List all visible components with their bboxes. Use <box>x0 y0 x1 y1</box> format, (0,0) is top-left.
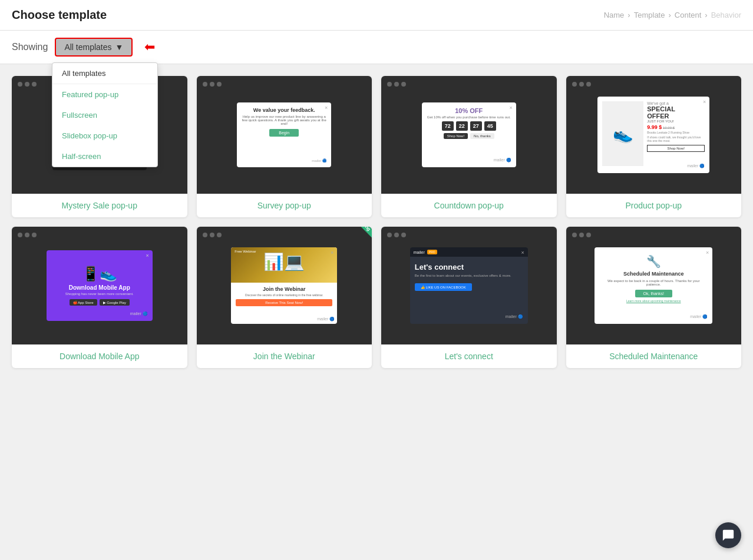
breadcrumb-behavior: Behavior <box>711 11 741 19</box>
filter-option-featured[interactable]: Featured pop-up <box>52 84 157 105</box>
card-label-connect: Let's connect <box>381 344 557 368</box>
card-label-webinar: Join the Webinar <box>197 344 372 368</box>
showing-label: Showing <box>12 42 48 52</box>
template-filter-dropdown[interactable]: All templates ▼ <box>55 38 133 57</box>
template-card-webinar[interactable]: Trending × 📊💻 Free Webinar Join the Webi… <box>197 227 372 368</box>
template-card-product[interactable]: × 👟 We've got a SPECIALOFFER JUST FOR YO… <box>566 76 742 217</box>
breadcrumb-sep3: › <box>705 11 707 19</box>
page-title: Choose template <box>12 8 107 22</box>
toolbar: Showing All templates ▼ ⬅ All templates … <box>0 31 753 64</box>
arrow-indicator: ⬅ <box>144 39 155 55</box>
template-card-mobile[interactable]: × 📱👟 Download Mobile App Shopping has ne… <box>12 227 187 368</box>
card-dots <box>572 233 591 237</box>
breadcrumb-name[interactable]: Name <box>604 11 625 19</box>
dot1 <box>18 82 22 87</box>
card-label-countdown: Countdown pop-up <box>381 194 557 217</box>
breadcrumb: Name › Template › Content › Behavior <box>604 11 741 19</box>
card-dots <box>387 82 406 87</box>
maintenance-icon: 🔧 <box>646 254 661 269</box>
breadcrumb-template[interactable]: Template <box>634 11 665 19</box>
template-card-countdown[interactable]: × 10% OFF Get 10% off when you purchase … <box>381 76 557 217</box>
popup-connect: × mailer PRO Let's connect Be the first … <box>410 247 528 324</box>
card-preview-mobile: × 📱👟 Download Mobile App Shopping has ne… <box>12 227 187 344</box>
card-preview-survey: × We value your feedback. Help us improv… <box>197 76 372 194</box>
popup-product: × 👟 We've got a SPECIALOFFER JUST FOR YO… <box>597 97 709 173</box>
template-card-survey[interactable]: × We value your feedback. Help us improv… <box>197 76 372 217</box>
popup-survey: × We value your feedback. Help us improv… <box>237 102 331 167</box>
chevron-down-icon: ▼ <box>115 42 124 52</box>
dot2 <box>25 82 29 87</box>
breadcrumb-content[interactable]: Content <box>675 11 702 19</box>
filter-option-halfscreen[interactable]: Half-screen <box>52 146 157 167</box>
template-card-connect[interactable]: × mailer PRO Let's connect Be the first … <box>381 227 557 368</box>
filter-option-fullscreen[interactable]: Fullscreen <box>52 105 157 125</box>
card-preview-maintenance: × 🔧 Scheduled Maintenance We expect to b… <box>566 227 742 344</box>
popup-webinar: × 📊💻 Free Webinar Join the Webinar Disco… <box>231 247 337 324</box>
card-label-product: Product pop-up <box>566 194 742 217</box>
card-label-survey: Survey pop-up <box>197 194 372 217</box>
top-bar: Choose template Name › Template › Conten… <box>0 0 753 31</box>
card-label-mystery: Mystery Sale pop-up <box>12 194 187 217</box>
trending-badge: Trending <box>345 227 372 240</box>
card-dots <box>203 233 222 237</box>
card-preview-connect: × mailer PRO Let's connect Be the first … <box>381 227 557 344</box>
filter-option-slidebox[interactable]: Slidebox pop-up <box>52 125 157 146</box>
card-dots <box>18 233 37 237</box>
card-preview-countdown: × 10% OFF Get 10% off when you purchase … <box>381 76 557 194</box>
template-filter-menu: All templates Featured pop-up Fullscreen… <box>52 62 158 167</box>
dot3 <box>32 82 37 87</box>
popup-mobile: × 📱👟 Download Mobile App Shopping has ne… <box>47 250 153 321</box>
card-label-maintenance: Scheduled Maintenance <box>566 344 742 368</box>
breadcrumb-sep1: › <box>628 11 630 19</box>
card-dots <box>387 233 406 237</box>
popup-maintenance: × 🔧 Scheduled Maintenance We expect to b… <box>595 247 712 324</box>
dropdown-selected-label: All templates <box>64 42 111 52</box>
card-label-mobile: Download Mobile App <box>12 344 187 368</box>
popup-countdown: × 10% OFF Get 10% off when you purchase … <box>422 102 516 167</box>
filter-option-all[interactable]: All templates <box>52 63 157 84</box>
template-card-maintenance[interactable]: × 🔧 Scheduled Maintenance We expect to b… <box>566 227 742 368</box>
card-dots <box>203 82 222 87</box>
card-dots <box>572 82 591 87</box>
breadcrumb-sep2: › <box>668 11 671 19</box>
card-preview-product: × 👟 We've got a SPECIALOFFER JUST FOR YO… <box>566 76 742 194</box>
trending-badge-container: Trending <box>331 227 372 268</box>
card-dots <box>18 82 37 87</box>
